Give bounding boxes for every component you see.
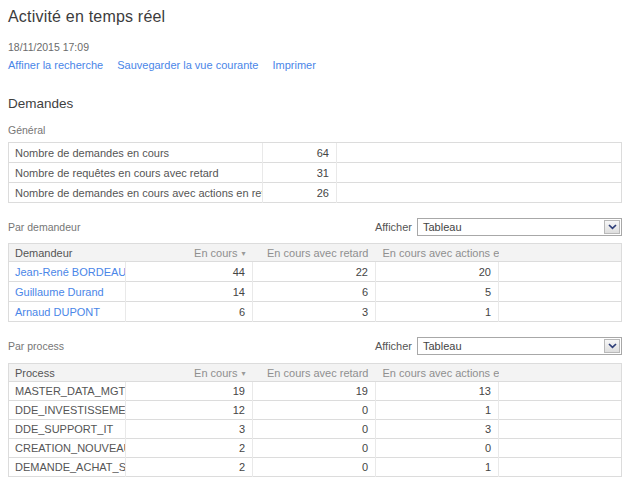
column-header-demandeur[interactable]: Demandeur bbox=[9, 244, 126, 262]
select-value: Tableau bbox=[418, 338, 604, 354]
actions-retard-cell: 1 bbox=[376, 401, 499, 420]
avec-retard-cell: 6 bbox=[253, 282, 376, 302]
empty-cell bbox=[499, 458, 622, 477]
column-header-en-cours[interactable]: En cours▾ bbox=[126, 244, 253, 262]
column-header-actions-retard[interactable]: En cours avec actions en retard bbox=[376, 244, 499, 262]
metric-label: Nombre de requêtes en cours avec retard bbox=[9, 163, 263, 183]
actions-retard-cell: 5 bbox=[376, 282, 499, 302]
column-header-en-cours[interactable]: En cours▾ bbox=[126, 364, 253, 382]
process-cell: DEMANDE_ACHAT_SIMPLE bbox=[9, 458, 126, 477]
table-row: Arnaud DUPONT 6 3 1 bbox=[9, 302, 622, 322]
chevron-down-icon bbox=[604, 220, 620, 234]
metric-value: 31 bbox=[263, 163, 337, 183]
table-row: Nombre de requêtes en cours avec retard … bbox=[9, 163, 622, 183]
actions-retard-cell: 13 bbox=[376, 382, 499, 401]
actions-retard-cell: 20 bbox=[376, 262, 499, 282]
actions-retard-cell: 3 bbox=[376, 420, 499, 439]
action-links: Affiner la recherche Sauvegarder la vue … bbox=[8, 59, 624, 71]
by-process-toolbar: Par process Afficher Tableau bbox=[8, 337, 622, 355]
requester-cell: Jean-René BORDEAUX bbox=[9, 262, 126, 282]
display-label: Afficher bbox=[375, 340, 412, 352]
metric-value: 26 bbox=[263, 183, 337, 203]
table-row: DEMANDE_ACHAT_SIMPLE 2 0 1 bbox=[9, 458, 622, 477]
empty-cell bbox=[499, 420, 622, 439]
avec-retard-cell: 0 bbox=[253, 439, 376, 458]
en-cours-cell: 3 bbox=[126, 420, 253, 439]
requester-display-select[interactable]: Tableau bbox=[417, 218, 622, 236]
page-title: Activité en temps réel bbox=[8, 8, 624, 26]
section-title-demandes: Demandes bbox=[8, 96, 624, 111]
avec-retard-cell: 0 bbox=[253, 420, 376, 439]
requester-link[interactable]: Guillaume Durand bbox=[15, 286, 104, 298]
en-cours-cell: 19 bbox=[126, 382, 253, 401]
table-row: MASTER_DATA_MGT 19 19 13 bbox=[9, 382, 622, 401]
by-process-label: Par process bbox=[8, 340, 64, 352]
sort-desc-icon: ▾ bbox=[241, 369, 245, 378]
metric-label: Nombre de demandes en cours bbox=[9, 143, 263, 163]
empty-cell bbox=[499, 401, 622, 420]
table-row: Nombre de demandes en cours 64 bbox=[9, 143, 622, 163]
actions-retard-cell: 1 bbox=[376, 458, 499, 477]
empty-header bbox=[499, 364, 622, 382]
save-view-link[interactable]: Sauvegarder la vue courante bbox=[117, 59, 258, 71]
empty-cell bbox=[499, 302, 622, 322]
table-row: DDE_SUPPORT_IT 3 0 3 bbox=[9, 420, 622, 439]
requester-cell: Arnaud DUPONT bbox=[9, 302, 126, 322]
en-cours-cell: 6 bbox=[126, 302, 253, 322]
process-display-select[interactable]: Tableau bbox=[417, 337, 622, 355]
table-row: CREATION_NOUVEAU_PRODUIT 2 0 0 bbox=[9, 439, 622, 458]
actions-retard-cell: 1 bbox=[376, 302, 499, 322]
sort-desc-icon: ▾ bbox=[241, 249, 245, 258]
process-cell: CREATION_NOUVEAU_PRODUIT bbox=[9, 439, 126, 458]
avec-retard-cell: 3 bbox=[253, 302, 376, 322]
report-timestamp: 18/11/2015 17:09 bbox=[8, 41, 624, 53]
metric-value: 64 bbox=[263, 143, 337, 163]
table-row: DDE_INVESTISSEMENT 12 0 1 bbox=[9, 401, 622, 420]
empty-cell bbox=[499, 262, 622, 282]
en-cours-cell: 12 bbox=[126, 401, 253, 420]
requester-link[interactable]: Jean-René BORDEAUX bbox=[15, 266, 126, 278]
by-requester-toolbar: Par demandeur Afficher Tableau bbox=[8, 218, 622, 236]
empty-header bbox=[499, 244, 622, 262]
en-cours-cell: 14 bbox=[126, 282, 253, 302]
avec-retard-cell: 0 bbox=[253, 458, 376, 477]
avec-retard-cell: 19 bbox=[253, 382, 376, 401]
chevron-down-icon bbox=[604, 339, 620, 353]
empty-cell bbox=[337, 163, 622, 183]
by-requester-table: Demandeur En cours▾ En cours avec retard… bbox=[8, 243, 622, 322]
display-label: Afficher bbox=[375, 221, 412, 233]
empty-cell bbox=[499, 282, 622, 302]
en-cours-cell: 2 bbox=[126, 439, 253, 458]
refine-search-link[interactable]: Affiner la recherche bbox=[8, 59, 103, 71]
page: Activité en temps réel 18/11/2015 17:09 … bbox=[0, 8, 624, 486]
column-header-avec-retard[interactable]: En cours avec retard bbox=[253, 364, 376, 382]
en-cours-cell: 44 bbox=[126, 262, 253, 282]
general-label: Général bbox=[8, 124, 624, 136]
requester-link[interactable]: Arnaud DUPONT bbox=[15, 306, 100, 318]
header-row: Demandeur En cours▾ En cours avec retard… bbox=[9, 244, 622, 262]
empty-cell bbox=[337, 143, 622, 163]
avec-retard-cell: 0 bbox=[253, 401, 376, 420]
empty-cell bbox=[499, 382, 622, 401]
en-cours-cell: 2 bbox=[126, 458, 253, 477]
by-requester-label: Par demandeur bbox=[8, 221, 80, 233]
header-row: Process En cours▾ En cours avec retard E… bbox=[9, 364, 622, 382]
empty-cell bbox=[337, 183, 622, 203]
process-cell: MASTER_DATA_MGT bbox=[9, 382, 126, 401]
column-header-avec-retard[interactable]: En cours avec retard bbox=[253, 244, 376, 262]
table-row: Nombre de demandes en cours avec actions… bbox=[9, 183, 622, 203]
empty-cell bbox=[499, 439, 622, 458]
column-header-process[interactable]: Process bbox=[9, 364, 126, 382]
requester-cell: Guillaume Durand bbox=[9, 282, 126, 302]
print-link[interactable]: Imprimer bbox=[272, 59, 315, 71]
column-header-actions-retard[interactable]: En cours avec actions en retard bbox=[376, 364, 499, 382]
process-cell: DDE_SUPPORT_IT bbox=[9, 420, 126, 439]
table-row: Jean-René BORDEAUX 44 22 20 bbox=[9, 262, 622, 282]
actions-retard-cell: 0 bbox=[376, 439, 499, 458]
metric-label: Nombre de demandes en cours avec actions… bbox=[9, 183, 263, 203]
process-cell: DDE_INVESTISSEMENT bbox=[9, 401, 126, 420]
table-row: Guillaume Durand 14 6 5 bbox=[9, 282, 622, 302]
avec-retard-cell: 22 bbox=[253, 262, 376, 282]
by-process-table: Process En cours▾ En cours avec retard E… bbox=[8, 363, 622, 477]
select-value: Tableau bbox=[418, 219, 604, 235]
